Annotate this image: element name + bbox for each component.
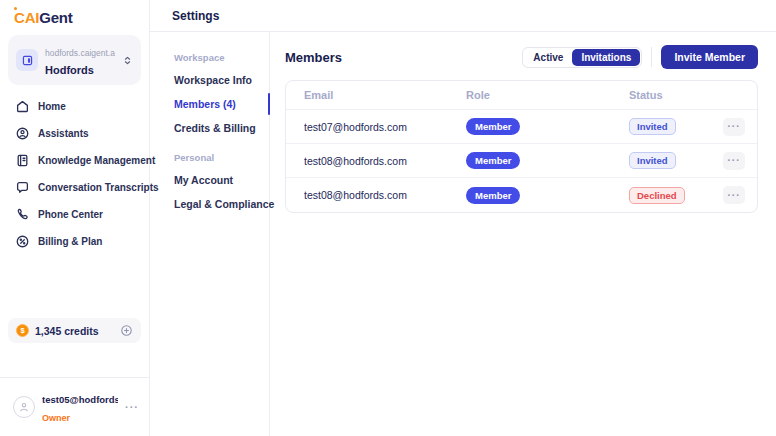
app-window: CAIGent hodfords.caigent.ai Hodfords <box>0 0 776 436</box>
credits-box: 1,345 credits <box>8 318 141 343</box>
user-info: test05@hodfords.co.. Owner <box>42 389 118 425</box>
sidebar-item-label: Phone Center <box>38 209 103 220</box>
row-more-button[interactable] <box>723 118 745 136</box>
sidebar-item-label: Assistants <box>38 128 89 139</box>
member-email: test08@hodfords.com <box>304 189 466 201</box>
knowledge-icon <box>15 153 30 168</box>
sidebar-item-billing-plan[interactable]: Billing & Plan <box>0 228 149 255</box>
phone-icon <box>15 207 30 222</box>
settings-item-credits-billing[interactable]: Credits & Billing <box>174 116 269 140</box>
invite-member-button[interactable]: Invite Member <box>661 45 758 69</box>
transcripts-icon <box>15 180 30 195</box>
row-more-button[interactable] <box>723 152 745 170</box>
add-credits-button[interactable] <box>120 324 133 337</box>
coin-icon <box>16 324 29 337</box>
sidebar-item-phone-center[interactable]: Phone Center <box>0 201 149 228</box>
workspace-name: Hodfords <box>45 64 94 76</box>
brand-logo-orange: CAI <box>14 9 39 26</box>
assistants-icon <box>15 126 30 141</box>
row-more-button[interactable] <box>723 186 745 204</box>
workspace-icon <box>16 49 38 71</box>
settings-section-label-personal: Personal <box>174 152 269 163</box>
main-area: Settings Workspace Workspace Info Member… <box>150 0 776 436</box>
sidebar-item-assistants[interactable]: Assistants <box>0 120 149 147</box>
sidebar-item-knowledge-management[interactable]: Knowledge Management <box>0 147 149 174</box>
credits-label: 1,345 credits <box>35 325 99 337</box>
main-body: Workspace Workspace Info Members (4) Cre… <box>150 32 776 436</box>
sidebar-item-home[interactable]: Home <box>0 93 149 120</box>
tab-invitations[interactable]: Invitations <box>572 49 640 66</box>
settings-nav: Workspace Workspace Info Members (4) Cre… <box>150 32 270 436</box>
brand-logo-navy: Gent <box>39 9 72 26</box>
members-table: Email Role Status test07@hodfords.com Me… <box>285 80 758 213</box>
members-header-actions: Active Invitations Invite Member <box>522 45 758 69</box>
tab-active[interactable]: Active <box>524 49 572 66</box>
user-more-button[interactable] <box>125 401 139 413</box>
chevron-updown-icon <box>122 54 133 67</box>
home-icon <box>15 99 30 114</box>
role-badge: Member <box>466 187 520 204</box>
role-badge: Member <box>466 152 520 169</box>
workspace-selector-text: hodfords.caigent.ai Hodfords <box>45 42 115 78</box>
sidebar-item-label: Home <box>38 101 66 112</box>
members-header: Members Active Invitations Invite Member <box>285 45 758 69</box>
header-separator <box>651 47 652 67</box>
member-email: test07@hodfords.com <box>304 121 466 133</box>
column-header-role: Role <box>466 89 629 101</box>
page-title: Settings <box>172 9 219 23</box>
topbar: Settings <box>150 0 776 32</box>
sidebar: CAIGent hodfords.caigent.ai Hodfords <box>0 0 150 436</box>
table-header-row: Email Role Status <box>286 81 757 110</box>
user-email: test05@hodfords.co.. <box>42 394 118 405</box>
members-panel: Members Active Invitations Invite Member… <box>270 32 776 436</box>
settings-item-legal-compliance[interactable]: Legal & Compliance <box>174 192 269 216</box>
workspace-selector[interactable]: hodfords.caigent.ai Hodfords <box>8 35 141 85</box>
status-badge: Declined <box>629 187 685 204</box>
column-header-status: Status <box>629 89 705 101</box>
settings-item-members[interactable]: Members (4) <box>174 92 269 116</box>
settings-item-workspace-info[interactable]: Workspace Info <box>174 68 269 92</box>
sidebar-item-label: Knowledge Management <box>38 155 155 166</box>
sidebar-item-label: Conversation Transcripts <box>38 182 159 193</box>
workspace-domain: hodfords.caigent.ai <box>45 48 115 58</box>
members-filter-toggle: Active Invitations <box>522 47 642 68</box>
table-row: test07@hodfords.com Member Invited <box>286 110 757 144</box>
settings-item-my-account[interactable]: My Account <box>174 168 269 192</box>
sidebar-nav: Home Assistants Knowledge Management Con… <box>0 87 149 255</box>
members-title: Members <box>285 50 342 65</box>
column-header-email: Email <box>304 89 466 101</box>
brand-logo: CAIGent <box>0 0 149 31</box>
billing-icon <box>15 234 30 249</box>
person-icon <box>13 396 35 418</box>
user-profile[interactable]: test05@hodfords.co.. Owner <box>0 378 149 436</box>
settings-section-label-workspace: Workspace <box>174 52 269 63</box>
status-badge: Invited <box>629 152 676 169</box>
member-email: test08@hodfords.com <box>304 155 466 167</box>
table-row: test08@hodfords.com Member Declined <box>286 178 757 212</box>
user-role-badge: Owner <box>42 413 70 423</box>
sidebar-item-label: Billing & Plan <box>38 236 102 247</box>
table-row: test08@hodfords.com Member Invited <box>286 144 757 178</box>
status-badge: Invited <box>629 118 676 135</box>
sidebar-item-conversation-transcripts[interactable]: Conversation Transcripts <box>0 174 149 201</box>
role-badge: Member <box>466 118 520 135</box>
